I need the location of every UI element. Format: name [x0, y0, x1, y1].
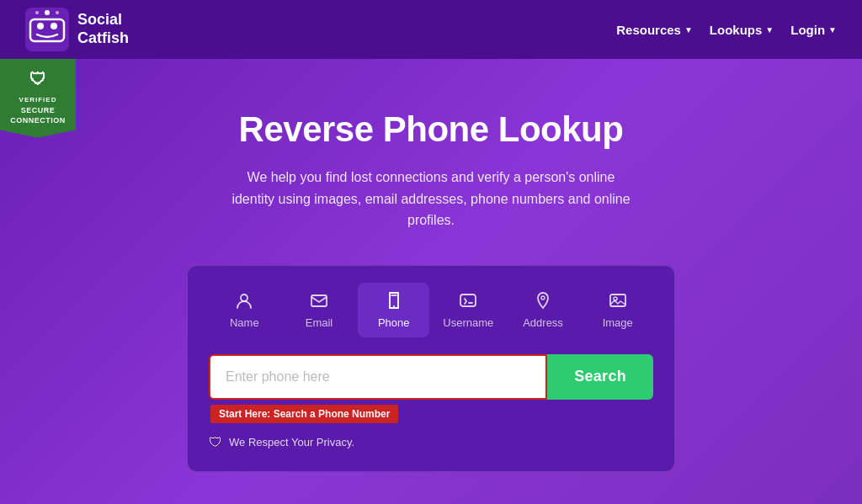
logo[interactable]: Social Catfish — [25, 8, 129, 51]
svg-point-9 — [393, 305, 395, 307]
tab-username[interactable]: Username — [433, 283, 504, 337]
svg-rect-11 — [460, 294, 476, 306]
search-input-row: Search — [209, 354, 653, 400]
tab-image[interactable]: Image — [582, 283, 653, 337]
hero-subtitle: We help you find lost connections and ve… — [229, 167, 633, 231]
search-button[interactable]: Search — [547, 354, 653, 400]
nav-lookups[interactable]: Lookups ▼ — [710, 23, 774, 37]
tab-phone-label: Phone — [378, 316, 410, 329]
image-icon — [609, 291, 627, 312]
email-icon — [310, 291, 328, 312]
username-icon — [459, 291, 477, 312]
svg-point-6 — [56, 11, 59, 14]
tab-phone[interactable]: Phone — [358, 283, 429, 337]
tab-email[interactable]: Email — [284, 283, 355, 337]
search-tabs: Name Email — [209, 283, 653, 337]
lookups-arrow-icon: ▼ — [765, 25, 774, 34]
logo-icon — [25, 8, 69, 51]
page-title: Reverse Phone Lookup — [239, 109, 624, 150]
svg-point-12 — [541, 296, 545, 300]
svg-point-5 — [35, 11, 39, 14]
search-card: Name Email — [187, 265, 675, 472]
svg-rect-8 — [311, 295, 327, 306]
svg-point-4 — [45, 10, 50, 15]
nav-links: Resources ▼ Lookups ▼ Login ▼ — [616, 23, 837, 37]
tooltip-badge: Start Here: Search a Phone Number — [210, 405, 398, 423]
navbar: Social Catfish Resources ▼ Lookups ▼ Log… — [0, 0, 862, 59]
svg-point-3 — [51, 23, 57, 29]
login-arrow-icon: ▼ — [828, 25, 837, 34]
svg-rect-13 — [610, 294, 625, 306]
tab-name-label: Name — [230, 316, 259, 329]
nav-resources[interactable]: Resources ▼ — [616, 23, 693, 37]
tab-username-label: Username — [443, 316, 493, 329]
privacy-shield-icon: 🛡 — [209, 435, 222, 450]
tab-name[interactable]: Name — [209, 283, 280, 337]
privacy-note: 🛡 We Respect Your Privacy. — [209, 435, 653, 450]
tab-address[interactable]: Address — [508, 283, 579, 337]
address-icon — [534, 291, 552, 312]
resources-arrow-icon: ▼ — [684, 25, 693, 34]
svg-point-2 — [37, 23, 44, 29]
hero-section: Reverse Phone Lookup We help you find lo… — [0, 59, 862, 504]
tooltip-container: Start Here: Search a Phone Number — [209, 400, 653, 423]
logo-text: Social Catfish — [77, 11, 129, 47]
privacy-text: We Respect Your Privacy. — [229, 436, 354, 448]
tab-image-label: Image — [603, 316, 633, 329]
tab-address-label: Address — [523, 316, 563, 329]
nav-login[interactable]: Login ▼ — [790, 23, 837, 37]
secure-badge: 🛡 VERIFIED SECURE CONNECTION — [0, 59, 76, 138]
svg-point-7 — [241, 294, 247, 301]
shield-icon: 🛡 — [7, 67, 69, 91]
phone-input[interactable] — [209, 354, 547, 400]
phone-icon — [385, 291, 403, 312]
name-icon — [235, 291, 253, 312]
tab-email-label: Email — [306, 316, 333, 329]
